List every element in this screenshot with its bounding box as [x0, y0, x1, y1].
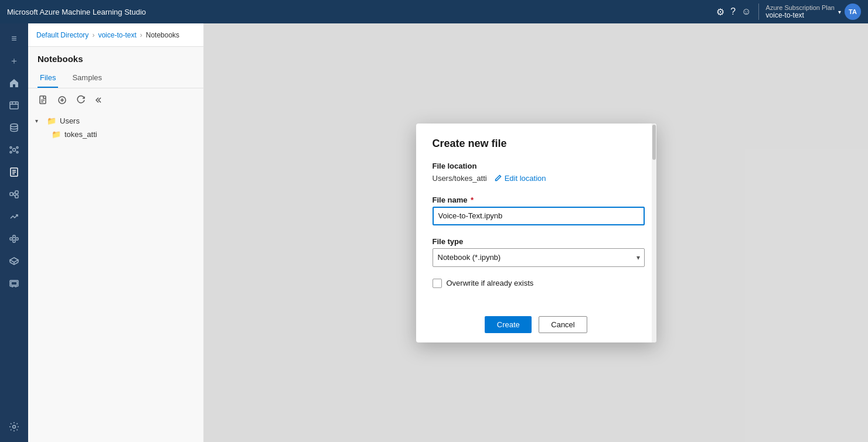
feedback-icon[interactable]: ☺ [741, 6, 751, 17]
sidebar-notebooks-icon[interactable] [2, 162, 26, 183]
create-file-dialog: Create new file File location Users/toke… [416, 124, 656, 342]
sidebar-home-icon[interactable] [2, 73, 26, 94]
svg-point-6 [10, 147, 12, 149]
file-location-row: Users/tokes_atti Edit location [433, 173, 645, 184]
panel-toolbar [28, 88, 203, 112]
svg-point-8 [10, 152, 12, 153]
dialog-title: Create new file [433, 138, 645, 150]
svg-rect-31 [11, 282, 17, 285]
file-type-label: File type [433, 237, 645, 246]
modal-overlay: Create new file File location Users/toke… [204, 23, 868, 442]
dialog-content: Create new file File location Users/toke… [416, 124, 656, 302]
svg-rect-21 [13, 240, 15, 242]
help-icon[interactable]: ? [730, 6, 736, 17]
sidebar-jobs-icon[interactable] [2, 95, 26, 116]
tree-tokes-atti-label: tokes_atti [64, 130, 97, 139]
breadcrumb: Default Directory › voice-to-text › Note… [28, 23, 203, 47]
tab-samples[interactable]: Samples [70, 68, 104, 88]
refresh-button[interactable] [73, 92, 89, 108]
dialog-scrollbar[interactable] [652, 124, 656, 342]
sidebar-compute-icon[interactable] [2, 273, 26, 294]
file-tree: ▾ 📁 Users 📁 tokes_atti [28, 112, 203, 143]
overwrite-label[interactable]: Overwrite if already exists [447, 279, 534, 287]
account-info: Azure Subscription Plan voice-to-text [766, 4, 835, 19]
account-dropdown-icon[interactable]: ▾ [838, 9, 841, 15]
sidebar-create-icon[interactable]: ＋ [2, 50, 26, 71]
content-area: Work with files, folders and Jupyter Col… [204, 23, 868, 442]
svg-rect-14 [10, 193, 13, 196]
breadcrumb-workspace[interactable]: voice-to-text [98, 31, 136, 39]
create-button[interactable]: Create [485, 316, 532, 333]
edit-location-button[interactable]: Edit location [492, 173, 549, 184]
svg-rect-15 [15, 191, 18, 194]
overwrite-checkbox[interactable] [433, 279, 442, 288]
tree-users-label: Users [60, 117, 80, 125]
file-type-select-wrapper: Notebook (*.ipynb) Python (*.py) R Scrip… [433, 248, 645, 267]
app-title: Microsoft Azure Machine Learning Studio [7, 8, 716, 16]
subfolder-icon: 📁 [52, 130, 61, 139]
panel-tabs: Files Samples [28, 68, 203, 88]
sidebar-datastores-icon[interactable] [2, 251, 26, 272]
left-panel: Default Directory › voice-to-text › Note… [28, 23, 204, 442]
account-section: Azure Subscription Plan voice-to-text ▾ … [758, 4, 861, 20]
file-name-input[interactable] [433, 207, 645, 225]
sidebar-menu-icon[interactable]: ≡ [2, 28, 26, 49]
breadcrumb-default-directory[interactable]: Default Directory [36, 31, 88, 39]
svg-point-9 [16, 152, 18, 153]
svg-rect-16 [15, 195, 18, 198]
tree-arrow-icon: ▾ [35, 118, 43, 124]
collapse-button[interactable] [91, 92, 108, 108]
sidebar-components-icon[interactable] [2, 139, 26, 160]
folder-icon: 📁 [47, 117, 56, 125]
add-button[interactable] [54, 92, 70, 108]
sidebar-endpoints-icon[interactable] [2, 206, 26, 227]
new-file-button[interactable] [35, 92, 52, 108]
svg-point-4 [11, 124, 18, 127]
tree-tokes-atti-folder[interactable]: 📁 tokes_atti [28, 128, 203, 141]
svg-rect-19 [10, 238, 12, 240]
tab-files[interactable]: Files [38, 68, 58, 88]
settings-icon[interactable]: ⚙ [716, 6, 724, 18]
tree-users-folder[interactable]: ▾ 📁 Users [28, 114, 203, 128]
svg-point-5 [13, 149, 16, 152]
file-location-value: Users/tokes_atti [433, 174, 487, 183]
file-type-select[interactable]: Notebook (*.ipynb) Python (*.py) R Scrip… [433, 248, 645, 267]
dialog-footer: Create Cancel [416, 307, 656, 342]
cancel-button[interactable]: Cancel [539, 316, 587, 333]
file-location-group: File location Users/tokes_atti Edit loca… [433, 162, 645, 184]
avatar[interactable]: TA [845, 4, 861, 20]
edit-location-label: Edit location [505, 174, 546, 183]
nav-icons: ⚙ ? ☺ [716, 6, 751, 18]
sidebar-data-icon[interactable] [2, 117, 26, 138]
file-name-group: File name * [433, 196, 645, 225]
scrollbar-thumb [652, 125, 656, 160]
breadcrumb-sep-2: › [140, 31, 142, 39]
sidebar-settings-icon[interactable] [2, 416, 26, 437]
panel-header: Notebooks [28, 47, 203, 68]
sidebar-models-icon[interactable] [2, 184, 26, 205]
account-plan: Azure Subscription Plan [766, 4, 835, 11]
breadcrumb-sep-1: › [92, 31, 94, 39]
breadcrumb-current: Notebooks [146, 31, 179, 39]
svg-rect-22 [16, 238, 18, 240]
panel-title: Notebooks [38, 54, 194, 64]
top-navigation: Microsoft Azure Machine Learning Studio … [0, 0, 868, 23]
svg-point-7 [16, 147, 18, 149]
svg-rect-20 [13, 235, 15, 238]
sidebar-pipelines-icon[interactable] [2, 228, 26, 249]
overwrite-row: Overwrite if already exists [433, 279, 645, 288]
account-workspace: voice-to-text [766, 11, 835, 19]
svg-point-34 [13, 426, 16, 429]
file-location-label: File location [433, 162, 645, 170]
svg-rect-0 [10, 102, 18, 109]
required-marker: * [468, 196, 474, 204]
icon-sidebar: ≡ ＋ [0, 23, 28, 442]
file-type-group: File type Notebook (*.ipynb) Python (*.p… [433, 237, 645, 267]
file-name-label: File name * [433, 196, 645, 204]
